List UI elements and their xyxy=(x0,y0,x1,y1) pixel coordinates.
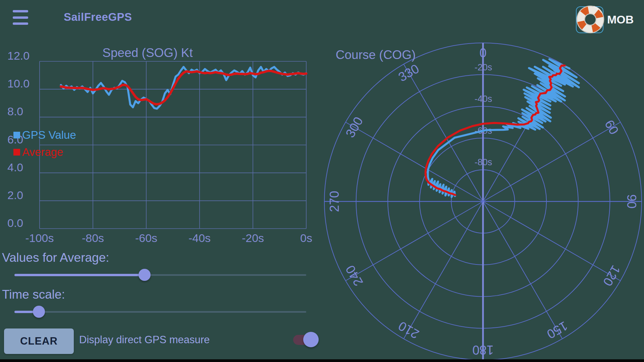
polar-angle-label: 0 xyxy=(479,46,486,60)
gps-measure-toggle-label: Display direct GPS measure xyxy=(79,334,210,346)
polar-spoke xyxy=(483,201,562,339)
time-scale-slider-thumb[interactable] xyxy=(33,306,45,318)
course-chart-title: Course (COG) xyxy=(336,48,416,62)
values-average-slider[interactable] xyxy=(14,268,306,282)
speed-chart-title: Speed (SOG) Kt xyxy=(102,46,193,60)
polar-angle-label: 60 xyxy=(602,118,622,137)
clear-button[interactable]: CLEAR xyxy=(4,328,74,354)
y-tick-label: 0.0 xyxy=(7,217,23,229)
polar-angle-label: 180 xyxy=(472,343,493,357)
x-tick-label: -40s xyxy=(189,232,211,244)
time-scale-label: Time scale: xyxy=(2,288,65,302)
average-swatch xyxy=(13,149,20,156)
gps-measure-toggle-thumb[interactable] xyxy=(303,332,319,347)
y-tick-label: 8.0 xyxy=(7,105,23,118)
x-tick-label: -100s xyxy=(25,232,54,244)
polar-angle-label: 120 xyxy=(600,263,623,289)
x-tick-label: -80s xyxy=(82,232,104,244)
polar-ring-label: -20s xyxy=(475,62,492,72)
app-screen: SailFreeGPS MOB xyxy=(0,0,644,362)
navigation-bar-strip xyxy=(0,359,644,362)
gps-value-swatch xyxy=(13,132,20,138)
cog-series-gps-value xyxy=(428,59,579,197)
time-scale-slider-track[interactable] xyxy=(14,311,306,313)
polar-angle-label: 150 xyxy=(545,319,570,342)
y-tick-label: 10.0 xyxy=(7,77,30,90)
polar-ring-label: -80s xyxy=(475,157,492,167)
polar-spoke xyxy=(345,122,483,202)
polar-angle-label: 90 xyxy=(625,194,639,208)
y-tick-label: 4.0 xyxy=(7,161,23,174)
polar-spoke xyxy=(483,122,621,202)
legend-item-gps: GPS Value xyxy=(13,129,76,141)
gps-value-label: GPS Value xyxy=(22,129,76,141)
values-average-slider-thumb[interactable] xyxy=(139,269,151,281)
polar-spoke xyxy=(345,201,483,281)
average-label: Average xyxy=(22,146,63,159)
polar-angle-label: 300 xyxy=(343,115,366,140)
x-tick-label: -20s xyxy=(242,232,264,244)
polar-angle-label: 270 xyxy=(327,191,341,212)
time-scale-slider[interactable] xyxy=(14,305,306,318)
y-tick-label: 12.0 xyxy=(7,49,30,62)
speed-chart: 0.02.04.06.08.010.012.0-100s-80s-60s-40s… xyxy=(0,0,322,255)
polar-angle-label: 330 xyxy=(396,61,422,84)
x-tick-label: 0s xyxy=(300,232,312,244)
polar-ring-label: -40s xyxy=(475,94,492,104)
x-tick-label: -60s xyxy=(135,232,157,244)
values-average-label: Values for Average: xyxy=(2,251,109,265)
legend-item-average: Average xyxy=(13,146,63,159)
polar-spoke xyxy=(404,201,483,339)
gps-measure-toggle[interactable] xyxy=(293,332,319,347)
y-tick-label: 2.0 xyxy=(7,189,23,201)
values-average-slider-fill xyxy=(14,274,145,276)
polar-spoke xyxy=(483,201,621,281)
polar-angle-label: 210 xyxy=(396,319,422,342)
polar-angle-label: 240 xyxy=(343,263,366,289)
